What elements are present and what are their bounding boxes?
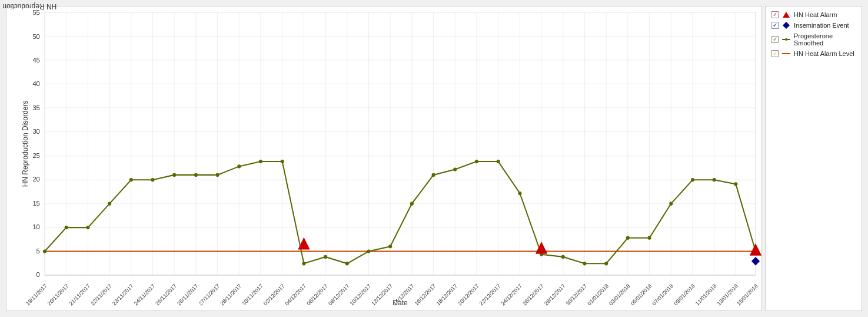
data-point [194, 173, 198, 177]
data-point [172, 173, 176, 177]
legend-symbol-progesterone-smoothed [781, 36, 791, 43]
svg-rect-0 [45, 12, 756, 275]
data-point [324, 255, 327, 259]
svg-marker-48 [783, 22, 790, 29]
legend-symbol-hn-heat-alarm-level [781, 50, 791, 57]
data-point [367, 249, 370, 253]
legend-label-progesterone-smoothed: Progesterone Smoothed [794, 32, 856, 47]
data-point [108, 202, 111, 206]
data-point [410, 202, 414, 206]
data-point [432, 173, 435, 177]
data-point [86, 226, 89, 229]
data-point [583, 262, 586, 265]
y-axis-label: HN Reproduction Disorders [0, 2, 56, 11]
data-point [129, 178, 133, 181]
data-point [259, 160, 262, 163]
chart-svg: 55 50 45 40 35 30 25 20 15 10 5 0 19/11/… [45, 12, 756, 275]
legend-panel: HN Heat Alarm Insemination Event Progest… [765, 6, 862, 311]
chart-area: HN Reproduction Disorders [6, 6, 762, 311]
data-point [216, 173, 220, 177]
data-point [713, 178, 716, 181]
legend-label-hn-heat-alarm-level: HN Heat Alarm Level [794, 50, 854, 57]
legend-symbol-hn-heat-alarm [781, 11, 791, 18]
data-point [302, 262, 305, 265]
y-axis-label: HN Reproduction Disorders [22, 101, 30, 187]
legend-label-insemination-event: Insemination Event [794, 22, 849, 29]
legend-symbol-insemination-event [781, 22, 791, 29]
data-point [453, 167, 457, 171]
legend-item-insemination-event: Insemination Event [771, 22, 856, 29]
legend-checkbox-insemination-event[interactable] [771, 22, 779, 29]
data-point [345, 262, 349, 265]
data-point [669, 202, 673, 206]
svg-point-50 [785, 38, 787, 41]
chart-plot-area: 55 50 45 40 35 30 25 20 15 10 5 0 19/11/… [45, 12, 756, 275]
data-point [518, 191, 521, 195]
legend-item-hn-heat-alarm-level: HN Heat Alarm Level [771, 50, 856, 57]
data-point [604, 262, 608, 265]
svg-marker-47 [783, 12, 790, 18]
data-point [281, 160, 284, 163]
legend-label-hn-heat-alarm: HN Heat Alarm [794, 11, 837, 18]
data-point [65, 226, 68, 229]
data-point [691, 178, 694, 181]
data-point [626, 236, 630, 240]
data-point [475, 160, 478, 163]
data-point [497, 160, 500, 163]
legend-checkbox-progesterone-smoothed[interactable] [771, 36, 779, 43]
legend-item-progesterone-smoothed: Progesterone Smoothed [771, 32, 856, 47]
data-point [648, 236, 651, 240]
data-point [561, 255, 565, 259]
data-point [43, 249, 46, 253]
data-point [734, 182, 737, 186]
data-point [237, 164, 241, 168]
data-point [388, 245, 392, 248]
data-point [151, 178, 154, 181]
legend-checkbox-hn-heat-alarm-level[interactable] [771, 50, 779, 57]
x-axis-label: Date [393, 299, 407, 307]
legend-checkbox-hn-heat-alarm[interactable] [771, 11, 779, 18]
legend-item-hn-heat-alarm: HN Heat Alarm [771, 11, 856, 18]
chart-container: HN Reproduction Disorders [0, 0, 868, 317]
